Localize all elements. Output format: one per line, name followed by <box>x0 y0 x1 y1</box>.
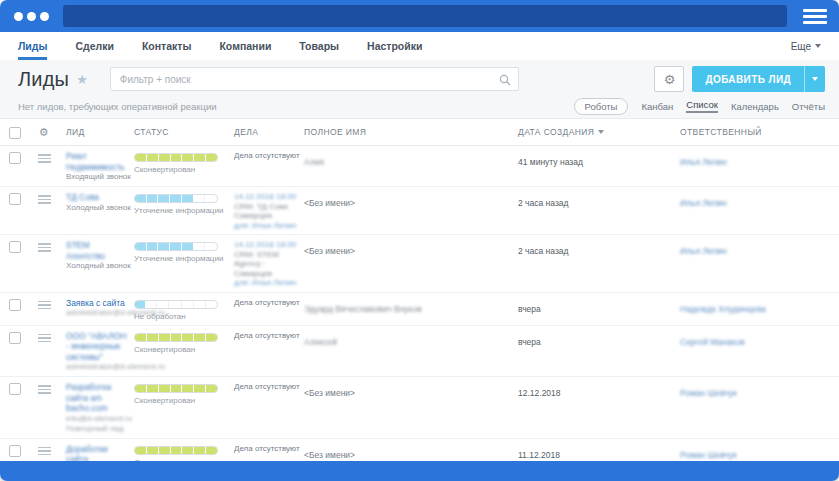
activity-text: Дела отсутствуют <box>234 444 304 454</box>
counter-notice: Нет лидов, требующих оперативной реакции <box>18 101 217 112</box>
status-progress-bar <box>134 446 218 455</box>
row-checkbox[interactable] <box>9 299 21 311</box>
column-header-created[interactable]: ДАТА СОЗДАНИЯ <box>518 127 680 137</box>
row-checkbox[interactable] <box>9 152 21 164</box>
row-checkbox[interactable] <box>9 241 21 253</box>
grid-header: ⚙ ЛИД СТАТУС ДЕЛА ПОЛНОЕ ИМЯ ДАТА СОЗДАН… <box>0 118 839 146</box>
table-row: Заявка с сайтаadministrator@d-element.ru… <box>0 293 839 326</box>
created-date: 2 часа назад <box>518 198 569 208</box>
row-checkbox[interactable] <box>9 332 21 344</box>
status-progress-bar <box>134 153 218 162</box>
row-menu-icon[interactable] <box>38 385 51 394</box>
activity-link[interactable]: 14.12.2018 18:00 <box>234 192 304 202</box>
full-name: <Без имени> <box>304 198 355 208</box>
activity-text: Дела отсутствуют <box>234 331 304 341</box>
activity-link[interactable]: для: Илья Лепин <box>234 221 304 231</box>
select-all-checkbox[interactable] <box>9 127 21 139</box>
responsible-link[interactable]: Роман Шевчук <box>680 388 737 398</box>
created-date: 12.12.2018 <box>518 388 561 398</box>
toolbar: Лиды ★ ⚙ ДОБАВИТЬ ЛИД <box>0 60 839 96</box>
nav-more-dropdown[interactable]: Еще <box>791 32 821 60</box>
column-header-status[interactable]: СТАТУС <box>130 127 234 137</box>
responsible-link[interactable]: Сергей Манаков <box>680 337 745 347</box>
view-tab-Отчёты[interactable]: Отчёты <box>792 101 825 112</box>
table-row: ТД СоваХолодный звонокУточнение информац… <box>0 187 839 235</box>
nav-more-label: Еще <box>791 41 811 52</box>
row-checkbox[interactable] <box>9 445 21 457</box>
lead-link[interactable]: ООО "АВАЛОН - инженерные системы" <box>66 331 130 363</box>
activity-text: Дела отсутствуют <box>234 298 304 308</box>
global-search-strip <box>63 5 787 27</box>
activity-link[interactable]: 14.12.2018 18:00 <box>234 240 304 250</box>
responsible-link[interactable]: Илья Лепин <box>680 157 727 167</box>
add-lead-button-label: ДОБАВИТЬ ЛИД <box>692 66 804 92</box>
leads-list: Риал НедвижимостьВходящий звонокСконверт… <box>0 146 839 461</box>
created-date: 11.12.2018 <box>518 450 560 460</box>
favorite-star-icon[interactable]: ★ <box>76 72 88 87</box>
table-row: Риал НедвижимостьВходящий звонокСконверт… <box>0 146 839 187</box>
activity-link[interactable]: для: Илья Лепин <box>234 278 304 288</box>
responsible-link[interactable]: Роман Шевчук <box>680 450 737 460</box>
status-progress-bar <box>134 333 218 342</box>
grid-settings-gear-icon[interactable]: ⚙ <box>39 127 49 138</box>
status-label: Сконвертирован <box>134 165 218 174</box>
nav-item-Лиды[interactable]: Лиды <box>18 32 47 60</box>
lead-link[interactable]: Разработка сайта art-bacho.com <box>66 382 130 414</box>
lead-link[interactable]: Доработки сайта pioneso.ru <box>66 444 130 462</box>
row-menu-icon[interactable] <box>38 334 51 343</box>
responsible-link[interactable]: Надежда Хлудинцева <box>680 304 766 314</box>
nav-item-Настройки[interactable]: Настройки <box>367 32 422 60</box>
lead-link[interactable]: ТД Сова <box>66 192 130 203</box>
view-tab-Роботы[interactable]: Роботы <box>574 98 629 115</box>
status-progress-bar <box>134 384 218 393</box>
lead-link[interactable]: Риал Недвижимость <box>66 151 130 172</box>
column-header-lead[interactable]: ЛИД <box>58 127 130 137</box>
crm-nav: ЛидыСделкиКонтактыКомпанииТоварыНастройк… <box>0 32 839 60</box>
activity-text: Agency : <box>234 259 304 269</box>
view-tab-Календарь[interactable]: Календарь <box>731 101 779 112</box>
activity-text: CRM: ТД Сова <box>234 202 304 212</box>
lead-link[interactable]: STEM Агентство <box>66 240 130 261</box>
row-menu-icon[interactable] <box>38 447 51 456</box>
nav-item-Компании[interactable]: Компании <box>219 32 271 60</box>
nav-item-Товары[interactable]: Товары <box>299 32 339 60</box>
add-lead-button[interactable]: ДОБАВИТЬ ЛИД <box>692 66 825 92</box>
responsible-link[interactable]: Илья Лепин <box>680 198 727 208</box>
hamburger-menu-icon[interactable] <box>801 5 829 28</box>
table-row: Разработка сайта art-bacho.cominfo@d-ele… <box>0 377 839 439</box>
row-checkbox[interactable] <box>9 383 21 395</box>
column-header-activity[interactable]: ДЕЛА <box>234 127 304 137</box>
full-name: <Без имени> <box>304 388 355 398</box>
nav-item-Контакты[interactable]: Контакты <box>142 32 192 60</box>
sort-desc-icon <box>598 130 604 134</box>
row-menu-icon[interactable] <box>38 195 51 204</box>
full-name: Эдуард Вячеславович Внуков <box>304 304 422 314</box>
view-settings-button[interactable]: ⚙ <box>654 66 684 92</box>
view-tab-Список[interactable]: Список <box>686 99 718 113</box>
created-date: 2 часа назад <box>518 246 569 256</box>
row-menu-icon[interactable] <box>38 301 51 310</box>
add-lead-dropdown[interactable] <box>804 66 825 92</box>
row-checkbox[interactable] <box>9 193 21 205</box>
row-menu-icon[interactable] <box>38 243 51 252</box>
chevron-down-icon <box>815 44 821 48</box>
column-header-fullname[interactable]: ПОЛНОЕ ИМЯ <box>304 127 518 137</box>
full-name: Алексей <box>304 337 337 347</box>
filter-search-input[interactable] <box>110 67 519 91</box>
view-tab-Канбан[interactable]: Канбан <box>641 101 673 112</box>
status-label: Сконвертирован <box>134 396 218 405</box>
row-menu-icon[interactable] <box>38 154 51 163</box>
responsible-link[interactable]: Илья Лепин <box>680 246 727 256</box>
lead-subtext: Повторный лид <box>66 424 130 434</box>
lead-subtext: Холодный звонок <box>66 203 130 213</box>
nav-item-Сделки[interactable]: Сделки <box>75 32 113 60</box>
view-switcher: РоботыКанбанСписокКалендарьОтчёты <box>574 98 825 115</box>
crm-window: ЛидыСделкиКонтактыКомпанииТоварыНастройк… <box>0 0 839 481</box>
column-header-responsible[interactable]: ОТВЕТСТВЕННЫЙ <box>680 127 839 137</box>
table-row: Доработки сайта pioneso.ruinfo@d-element… <box>0 439 839 462</box>
lead-link[interactable]: Заявка с сайта <box>66 298 130 309</box>
full-name: Алия <box>304 157 324 167</box>
lead-subtext: administrator@d-element.ru <box>66 362 130 372</box>
activity-text: Самарцев <box>234 211 304 221</box>
created-date: вчера <box>518 304 541 314</box>
